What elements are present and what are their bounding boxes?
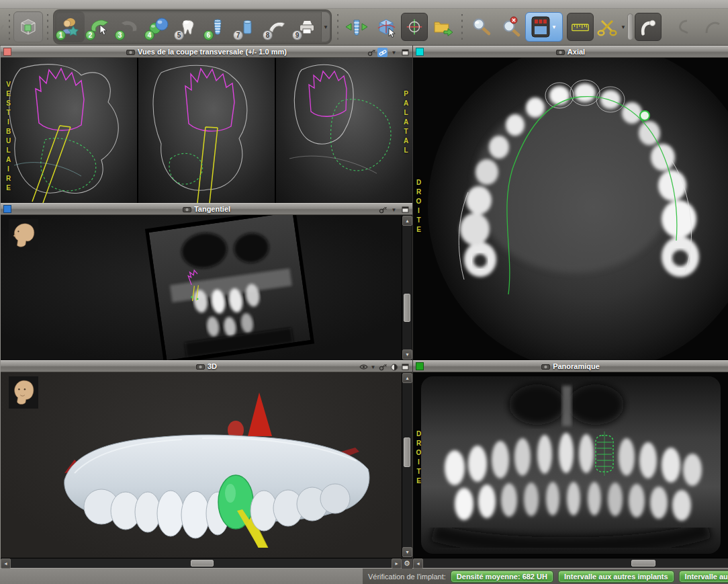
tangential-slice[interactable] [145,215,314,360]
tangentiel-content[interactable]: ▴ ▾ [1,215,412,360]
layout-button[interactable]: ▼ [525,12,563,42]
titlebar-icons: ▼ [359,362,410,372]
export-folder-button[interactable] [428,11,457,42]
panel-dropdown-icon[interactable]: ▼ [389,48,399,57]
transversal-content[interactable]: VESTIBULAIRE [1,58,412,203]
layout-dropdown-icon: ▼ [551,12,558,42]
toolbar-handle [627,13,633,40]
scrollbar-thumb[interactable] [631,560,655,567]
nerve-canal-button[interactable] [635,13,662,41]
tangentiel-titlebar[interactable]: Tangentiel ▼ [1,203,412,215]
panel-dropdown-icon[interactable]: ▼ [389,205,399,214]
step-badge: 8 [263,30,273,40]
maximize-icon[interactable] [400,48,410,57]
align-implant-icon [345,15,368,39]
scroll-left-arrow[interactable]: ◂ [1,558,11,569]
scroll-up-arrow[interactable]: ▴ [402,216,412,226]
cube-icon [17,15,40,38]
crosshair-button[interactable] [401,13,428,41]
visibility-eye-icon[interactable] [359,362,369,372]
toolbar-separator [459,14,464,40]
cut-button[interactable] [594,11,621,42]
panel-title: Axial [556,48,585,56]
zoom-button[interactable] [466,11,496,42]
zoom-reset-button[interactable] [496,11,525,42]
panoramique-titlebar[interactable]: Panoramique [413,360,728,372]
hide-annotations-icon[interactable] [377,205,388,214]
3d-horizontal-scrollbar[interactable]: ◂ ▸ ⚙ [1,558,412,568]
align-implant-button[interactable] [342,11,371,42]
workflow-step-1-button[interactable]: 1 [55,11,85,42]
scroll-left-arrow[interactable]: ◂ [413,558,423,569]
cross-section-slice-2[interactable] [138,58,275,203]
camera-icon [196,364,205,370]
axial-content[interactable]: DROITE [413,58,728,360]
panel-tag-green [416,362,424,370]
cross-section-slice-1[interactable]: VESTIBULAIRE [1,58,137,203]
3d-vertical-scrollbar[interactable]: ▴ ▾ [402,373,412,557]
step-badge: 1 [56,30,66,40]
workflow-step-4-button[interactable]: 4 [144,11,173,42]
scrollbar-thumb[interactable] [404,437,410,467]
main-toolbar: 1 2 3 [0,9,728,46]
workflow-step-9-button[interactable]: 9 [291,11,321,42]
implant-distance-badge[interactable]: Intervalle aux autres implants [558,571,674,583]
hide-annotations-icon[interactable] [366,48,376,57]
head-3d-icon [11,378,36,407]
link-views-icon[interactable] [377,48,388,57]
scroll-right-arrow[interactable]: ▸ [392,558,402,569]
axial-ct-image [413,58,728,360]
panoramique-content[interactable]: DROITE [413,372,728,558]
cut-dropdown[interactable]: ▼ [621,12,626,42]
maximize-icon[interactable] [400,362,410,372]
panel-panoramique: Panoramique [412,360,728,568]
transversal-titlebar[interactable]: Vues de la coupe transversale (+/- 1.0 m… [1,46,412,58]
workflow-step-6-button[interactable]: 6 [203,11,232,42]
ghost-arc-icon [702,16,723,38]
camera-icon [541,364,550,370]
scroll-down-arrow[interactable]: ▾ [402,547,412,557]
panoramic-xray-image [413,372,728,558]
scroll-down-arrow[interactable]: ▾ [402,349,412,360]
view-settings-gear[interactable]: ⚙ [402,558,412,569]
hide-annotations-icon[interactable] [377,362,388,372]
step-badge: 4 [144,30,154,40]
cross-section-slice-3[interactable]: PALATAL [276,58,412,203]
maximize-icon[interactable] [400,205,410,214]
scrollbar-track[interactable] [423,558,728,568]
zoom-icon [469,15,492,38]
nerve-distance-badge[interactable]: Intervalle au canal du nerf [679,571,728,583]
workflow-more-dropdown[interactable]: ▼ [321,12,330,42]
visibility-dropdown-icon[interactable]: ▼ [370,362,376,372]
tangentiel-vertical-scrollbar[interactable]: ▴ ▾ [402,216,412,360]
step-badge: 3 [115,30,125,40]
step-badge: 7 [233,30,243,40]
select-volume-button[interactable] [371,11,401,42]
crosshair-icon [404,17,424,37]
scrollbar-thumb[interactable] [404,294,410,322]
measure-button[interactable] [567,13,594,41]
panoramique-horizontal-scrollbar[interactable]: ◂ [413,558,728,568]
3d-titlebar[interactable]: 3D ▼ [1,360,412,372]
contrast-toggle-icon[interactable] [389,362,399,372]
axial-titlebar[interactable]: Axial [413,46,728,58]
workflow-step-5-button[interactable]: 5 [173,11,203,42]
dropdown-icon: ▼ [323,24,328,30]
panel-transversal: Vues de la coupe transversale (+/- 1.0 m… [0,46,412,203]
slice-3-overlay [276,58,412,203]
density-badge[interactable]: Densité moyenne: 682 UH [451,571,553,583]
ghost-curve-icon [672,16,694,38]
workflow-step-8-button[interactable]: 8 [262,11,291,42]
3d-model-view[interactable] [1,372,403,548]
view-cube-button[interactable] [13,11,43,42]
3d-content[interactable]: ▴ ▾ [1,372,412,558]
dropdown-icon: ▼ [621,24,626,30]
scrollbar-track[interactable] [11,558,392,568]
workflow-step-2-button[interactable]: 2 [85,11,114,42]
nerve-canal-icon [638,17,658,37]
workflow-step-7-button[interactable]: 7 [232,11,262,42]
step-badge: 5 [174,30,184,40]
scroll-up-arrow[interactable]: ▴ [402,373,412,383]
scrollbar-thumb[interactable] [191,560,214,567]
workflow-step-3-button[interactable]: 3 [114,11,144,42]
